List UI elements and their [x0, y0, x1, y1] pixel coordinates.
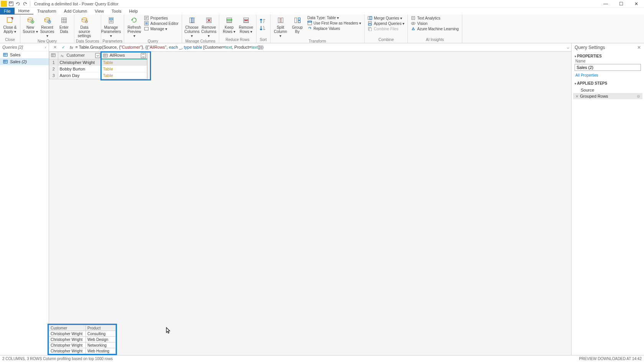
split-column-button[interactable]: Split Column ▾ — [272, 15, 289, 39]
tab-add-column[interactable]: Add Column — [60, 8, 91, 15]
window-title: Creating a delimited list - Power Query … — [34, 2, 118, 6]
save-icon[interactable] — [8, 1, 14, 7]
undo-icon[interactable] — [15, 1, 21, 7]
step-gear-icon[interactable]: ⚙ — [637, 94, 640, 98]
svg-rect-2 — [7, 18, 12, 23]
formula-text: [Customer= — [202, 45, 225, 49]
svg-rect-28 — [368, 16, 370, 20]
close-settings-icon[interactable]: ✕ — [637, 45, 641, 50]
combine-files-button[interactable]: Combine Files — [368, 26, 404, 31]
first-row-headers-button[interactable]: Use First Row as Headers ▾ — [307, 20, 361, 26]
svg-rect-1 — [10, 2, 12, 3]
data-grid[interactable]: AB Customer AllRows 1 Christopher Wright — [49, 52, 148, 79]
sort-asc-button[interactable] — [260, 18, 267, 25]
svg-rect-42 — [95, 53, 100, 58]
data-source-settings-button[interactable]: Data source settings — [76, 15, 93, 39]
grid-area: AB Customer AllRows 1 Christopher Wright — [49, 52, 571, 355]
minimize-button[interactable]: — — [598, 0, 613, 8]
delete-step-icon[interactable]: ✕ — [575, 94, 578, 98]
step-source[interactable]: Source — [573, 87, 642, 93]
new-source-button[interactable]: New Source ▾ — [22, 15, 39, 34]
azure-ml-label: Azure Machine Learning — [417, 27, 458, 31]
query-item-sales-2[interactable]: Sales (2) — [0, 58, 49, 65]
remove-columns-button[interactable]: Remove Columns ▾ — [200, 15, 217, 39]
tab-view[interactable]: View — [91, 8, 108, 15]
replace-values-button[interactable]: Replace Values — [307, 26, 361, 31]
cell-customer: Bobby Burton — [58, 66, 101, 72]
applied-steps-list: Source ✕ Grouped Rows ⚙ — [572, 86, 644, 100]
properties-section-label[interactable]: PROPERTIES — [572, 52, 644, 59]
text-analytics-button[interactable]: Text Analytics — [411, 15, 458, 21]
preview-cell: Networking — [86, 342, 116, 348]
column-header-allrows[interactable]: AllRows — [101, 52, 147, 59]
advanced-editor-button[interactable]: Advanced Editor — [144, 21, 178, 26]
group-close-label: Close — [2, 37, 18, 42]
close-window-button[interactable]: ✕ — [629, 0, 644, 8]
recent-sources-button[interactable]: Recent Sources ▾ — [39, 15, 56, 39]
remove-columns-label: Remove Columns ▾ — [201, 25, 217, 38]
tab-transform[interactable]: Transform — [33, 8, 60, 15]
cancel-formula-icon[interactable]: ✕ — [51, 44, 58, 51]
query-name-input[interactable] — [575, 64, 641, 71]
row-number: 1 — [49, 59, 58, 66]
file-menu[interactable]: File — [0, 8, 15, 15]
table-row[interactable]: 3 Aaron Day Table — [49, 72, 147, 79]
expand-formula-icon[interactable]: ⌄ — [566, 45, 570, 50]
properties-button[interactable]: Properties — [144, 15, 178, 21]
fx-icon[interactable]: fx — [70, 45, 73, 50]
svg-rect-25 — [298, 21, 301, 23]
formula-text: , Product= — [232, 45, 251, 49]
close-apply-button[interactable]: Close & Apply ▾ — [2, 15, 18, 34]
formula-text: text — [251, 45, 258, 49]
choose-columns-button[interactable]: Choose Columns ▾ — [184, 15, 200, 39]
queries-header: Queries [2] ‹ — [0, 43, 49, 51]
query-item-sales[interactable]: Sales — [0, 51, 49, 58]
azure-ml-button[interactable]: Azure Machine Learning — [411, 26, 458, 31]
status-left: 2 COLUMNS, 3 ROWS Column profiling based… — [2, 357, 113, 361]
formula-input[interactable]: = Table.Group(Source, {"Customer"}, {{"A… — [76, 45, 566, 50]
vision-button[interactable]: Vision — [411, 21, 458, 26]
table-row[interactable]: 2 Bobby Burton Table — [49, 66, 147, 72]
filter-icon[interactable] — [95, 53, 100, 58]
tab-help[interactable]: Help — [125, 8, 142, 15]
cell-allrows[interactable]: Table — [101, 59, 147, 66]
preview-row: Christopher WrightWeb Design — [49, 337, 116, 342]
preview-cell: Web Design — [86, 337, 116, 342]
manage-parameters-button[interactable]: Manage Parameters ▾ — [103, 15, 120, 39]
manage-button[interactable]: Manage ▾ — [144, 26, 178, 31]
enter-data-button[interactable]: Enter Data — [56, 15, 72, 34]
svg-point-5 — [45, 18, 50, 20]
maximize-button[interactable]: ☐ — [613, 0, 629, 8]
tab-home[interactable]: Home — [15, 8, 33, 15]
formula-text: "Customer" — [120, 45, 142, 49]
applied-steps-label[interactable]: APPLIED STEPS — [572, 79, 644, 86]
keep-rows-button[interactable]: Keep Rows ▾ — [221, 15, 238, 34]
merge-queries-button[interactable]: Merge Queries ▾ — [368, 15, 404, 21]
expand-column-icon[interactable] — [141, 53, 146, 58]
preview-header-product[interactable]: Product — [86, 325, 116, 331]
cell-allrows[interactable]: Table — [101, 66, 147, 72]
sort-desc-button[interactable] — [260, 25, 267, 31]
group-by-label: Group By — [292, 25, 303, 34]
refresh-preview-label: Refresh Preview ▾ — [127, 25, 142, 38]
preview-header-customer[interactable]: Customer — [49, 325, 86, 331]
collapse-queries-icon[interactable]: ‹ — [45, 45, 46, 49]
remove-rows-button[interactable]: Remove Rows ▾ — [238, 15, 255, 34]
step-grouped-rows[interactable]: ✕ Grouped Rows ⚙ — [573, 93, 642, 99]
redo-icon[interactable] — [22, 1, 28, 7]
data-type-button[interactable]: Data Type: Table ▾ — [307, 15, 361, 20]
svg-rect-14 — [145, 27, 148, 30]
formula-text: text — [225, 45, 232, 49]
tab-tools[interactable]: Tools — [108, 8, 125, 15]
accept-formula-icon[interactable]: ✓ — [60, 44, 67, 51]
grid-corner[interactable] — [49, 52, 58, 59]
refresh-preview-button[interactable]: Refresh Preview ▾ — [126, 15, 143, 39]
cell-allrows[interactable]: Table — [101, 72, 147, 79]
manage-parameters-label: Manage Parameters ▾ — [101, 25, 121, 38]
cell-customer: Christopher Wright — [58, 59, 101, 66]
append-queries-button[interactable]: Append Queries ▾ — [368, 21, 404, 26]
column-header-customer[interactable]: AB Customer — [58, 52, 101, 59]
all-properties-link[interactable]: All Properties — [572, 72, 644, 79]
table-row[interactable]: 1 Christopher Wright Table — [49, 59, 147, 66]
group-by-button[interactable]: Group By — [289, 15, 306, 34]
